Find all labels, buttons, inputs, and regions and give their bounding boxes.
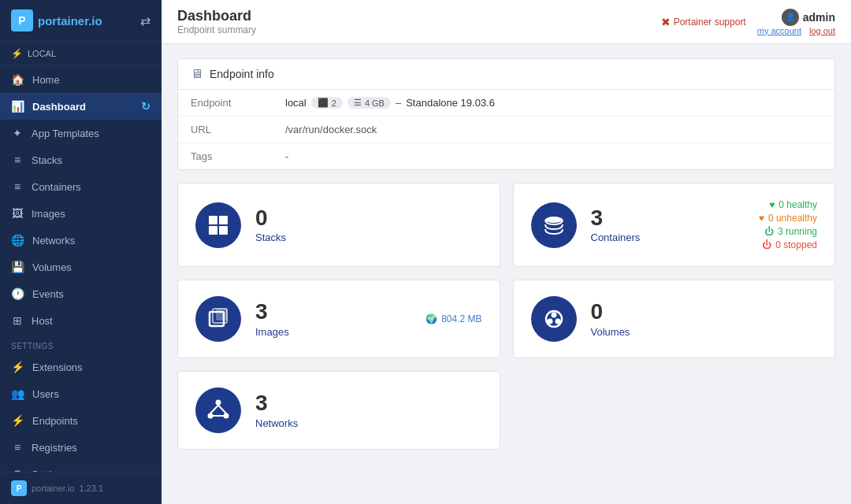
cpu-count: 2 <box>332 98 336 108</box>
images-size-value: 804.2 MB <box>441 313 481 324</box>
logout-link[interactable]: log out <box>809 26 835 35</box>
admin-name: 👤 admin <box>782 9 835 26</box>
endpoint-info-header: 🖥 Endpoint info <box>178 59 834 90</box>
environment-icon: ⚡ <box>11 48 23 59</box>
containers-label: Containers <box>591 232 745 243</box>
sidebar-item-stacks[interactable]: ≡ Stacks <box>0 146 162 173</box>
sidebar-item-endpoints[interactable]: ⚡ Endpoints <box>0 407 162 434</box>
endpoint-row-endpoint: Endpoint local ⬛ 2 ☰ 4 GB <box>178 90 834 117</box>
sidebar-item-label: App Templates <box>32 128 99 139</box>
svg-point-14 <box>224 413 229 419</box>
extensions-icon: ⚡ <box>11 361 24 373</box>
memory-value: 4 GB <box>365 98 385 108</box>
images-label: Images <box>255 326 411 338</box>
healthy-icon: ♥ <box>769 199 775 210</box>
endpoint-name: local <box>285 97 307 109</box>
home-icon: 🏠 <box>11 73 24 86</box>
cpu-icon: ⬛ <box>318 98 329 108</box>
events-icon: 🕐 <box>11 287 24 300</box>
sidebar-item-home[interactable]: 🏠 Home <box>0 66 162 93</box>
unhealthy-row: ♥ 0 unhealthy <box>759 213 817 224</box>
endpoint-row-url: URL /var/run/docker.sock <box>178 117 834 143</box>
dashboard-icon: 📊 <box>11 100 24 113</box>
stacks-label: Stacks <box>255 232 482 243</box>
stacks-icon: ≡ <box>11 154 24 166</box>
admin-links: my account log out <box>757 26 835 35</box>
running-row: ⏻ 3 running <box>764 226 817 237</box>
sidebar-item-label: Host <box>32 315 53 327</box>
endpoint-table: Endpoint local ⬛ 2 ☰ 4 GB <box>178 90 834 169</box>
svg-point-4 <box>545 217 563 223</box>
volumes-info: 0 Volumes <box>591 300 818 338</box>
sidebar-nav: 🏠 Home 📊 Dashboard ↻ ✦ App Templates ≡ S… <box>0 66 162 472</box>
sidebar-item-containers[interactable]: ≡ Containers <box>0 173 162 200</box>
svg-line-16 <box>218 406 226 414</box>
volumes-card[interactable]: 0 Volumes <box>513 280 836 358</box>
sidebar-logo: P portainer.io ⇄ <box>0 0 162 42</box>
containers-meta: ♥ 0 healthy ♥ 0 unhealthy ⏻ 3 running ⏻ … <box>759 199 817 250</box>
page-title: Dashboard <box>177 8 256 24</box>
images-count: 3 <box>255 300 411 324</box>
containers-info: 3 Containers <box>591 206 745 244</box>
environment-label: LOCAL <box>28 49 56 58</box>
sidebar-item-networks[interactable]: 🌐 Networks <box>0 227 162 254</box>
containers-card[interactable]: 3 Containers ♥ 0 healthy ♥ 0 unhealthy ⏻… <box>513 183 836 267</box>
endpoint-value-url: /var/run/docker.sock <box>273 117 834 143</box>
sidebar-item-extensions[interactable]: ⚡ Extensions <box>0 354 162 380</box>
page-header: Dashboard Endpoint summary <box>177 8 256 35</box>
containers-icon: ≡ <box>11 180 24 193</box>
svg-rect-0 <box>209 216 217 224</box>
svg-point-13 <box>208 413 214 419</box>
svg-line-15 <box>210 406 218 414</box>
stopped-icon: ⏻ <box>762 239 771 250</box>
mode-value: – <box>396 97 401 109</box>
containers-icon-circle <box>531 202 577 248</box>
unhealthy-value: 0 unhealthy <box>768 213 817 224</box>
endpoint-info-card: 🖥 Endpoint info Endpoint local ⬛ 2 <box>177 58 835 170</box>
healthy-row: ♥ 0 healthy <box>769 199 817 210</box>
sidebar-item-users[interactable]: 👥 Users <box>0 380 162 407</box>
sidebar-item-volumes[interactable]: 💾 Volumes <box>0 254 162 280</box>
page-subtitle: Endpoint summary <box>177 24 256 35</box>
volumes-label: Volumes <box>591 326 818 338</box>
sidebar-item-events[interactable]: 🕐 Events <box>0 280 162 307</box>
networks-icon: 🌐 <box>11 234 24 246</box>
sidebar-item-label: Stacks <box>32 154 62 166</box>
page-content: 🖥 Endpoint info Endpoint local ⬛ 2 <box>162 44 851 504</box>
settings-section-label: SETTINGS <box>0 334 162 354</box>
svg-point-11 <box>555 319 560 324</box>
my-account-link[interactable]: my account <box>757 26 801 35</box>
sidebar-item-host[interactable]: ⊞ Host <box>0 307 162 334</box>
endpoint-info-title: Endpoint info <box>210 68 274 80</box>
endpoint-row-tags: Tags - <box>178 143 834 170</box>
stacks-card[interactable]: 0 Stacks <box>177 183 500 267</box>
sidebar-item-label: Dashboard <box>32 101 86 113</box>
stopped-row: ⏻ 0 stopped <box>762 239 817 250</box>
sidebar-item-label: Containers <box>32 181 81 193</box>
memory-badge: ☰ 4 GB <box>347 97 391 109</box>
images-card[interactable]: 3 Images 🌍 804.2 MB <box>177 280 500 358</box>
sidebar-item-dashboard[interactable]: 📊 Dashboard ↻ <box>0 93 162 120</box>
sidebar-item-settings[interactable]: ⚙ Settings <box>0 461 162 472</box>
svg-point-12 <box>216 400 221 406</box>
environment-selector[interactable]: ⚡ LOCAL <box>0 42 162 66</box>
volumes-icon-circle <box>531 296 577 342</box>
support-label: Portainer support <box>674 17 746 28</box>
topbar: Dashboard Endpoint summary ✖ Portainer s… <box>162 0 851 44</box>
topbar-actions: ✖ Portainer support 👤 admin my account l… <box>661 9 835 35</box>
sidebar-toggle[interactable]: ⇄ <box>140 13 151 28</box>
sidebar-item-registries[interactable]: ≡ Registries <box>0 434 162 461</box>
support-link[interactable]: ✖ Portainer support <box>661 16 746 28</box>
images-icon: 🖼 <box>11 207 24 220</box>
endpoint-value-endpoint: local ⬛ 2 ☰ 4 GB – Standalone 19.03.6 <box>273 90 834 117</box>
sidebar-item-label: Volumes <box>32 261 72 273</box>
sidebar-item-images[interactable]: 🖼 Images <box>0 200 162 227</box>
svg-point-9 <box>551 313 556 318</box>
svg-rect-2 <box>209 226 217 235</box>
sidebar-item-app-templates[interactable]: ✦ App Templates <box>0 120 162 146</box>
endpoint-label-url: URL <box>178 117 273 143</box>
networks-icon-circle <box>195 387 241 433</box>
containers-count: 3 <box>591 206 745 231</box>
stacks-info: 0 Stacks <box>255 206 482 244</box>
networks-card[interactable]: 3 Networks <box>177 371 500 450</box>
